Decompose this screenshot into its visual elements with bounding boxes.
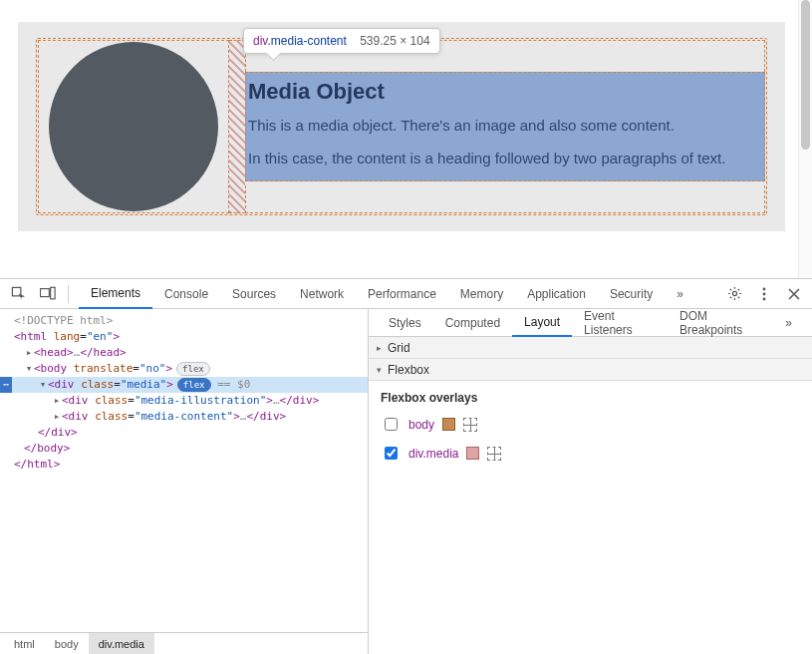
overlay-preview-icon[interactable]	[487, 447, 501, 461]
chevron-right-icon: ▸	[377, 343, 382, 353]
dom-media-illustration[interactable]: ▸<div class="media-illustration">…</div>	[14, 393, 362, 409]
kebab-menu-icon[interactable]	[754, 284, 774, 304]
tab-performance[interactable]: Performance	[356, 279, 448, 309]
media-illustration-box	[38, 40, 229, 213]
page-preview: Media Object This is a media object. The…	[0, 0, 812, 279]
devtools: Elements Console Sources Network Perform…	[0, 279, 812, 654]
chevron-down-icon: ▾	[377, 365, 382, 375]
overlay-checkbox-body[interactable]	[385, 418, 398, 431]
svg-rect-2	[51, 287, 55, 299]
overlay-name-div-media[interactable]: div.media	[408, 447, 458, 461]
dom-head[interactable]: ▸<head>…</head>	[14, 345, 362, 361]
media-content-highlight: Media Object This is a media object. The…	[245, 72, 765, 181]
svg-point-5	[763, 292, 766, 295]
overlay-row-body: body	[381, 415, 800, 434]
tab-network[interactable]: Network	[288, 279, 356, 309]
overlay-checkbox-div-media[interactable]	[385, 447, 398, 460]
layout-section-flexbox[interactable]: ▾ Flexbox	[369, 359, 812, 381]
right-sidebar: Styles Computed Layout Event Listeners D…	[369, 309, 812, 654]
crumb-html[interactable]: html	[4, 633, 45, 655]
dom-body-open[interactable]: ▾<body translate="no">flex	[14, 361, 362, 377]
tab-elements[interactable]: Elements	[79, 279, 152, 309]
flex-badge-body[interactable]: flex	[176, 362, 210, 376]
tab-console[interactable]: Console	[152, 279, 220, 309]
dom-media-close[interactable]: </div>	[14, 425, 362, 441]
tooltip-dims: 539.25 × 104	[360, 34, 429, 48]
flex-item-bottom-outline	[245, 185, 765, 213]
right-tabs: Styles Computed Layout Event Listeners D…	[369, 309, 812, 337]
dom-doctype[interactable]: <!DOCTYPE html>	[14, 313, 362, 329]
tab-memory[interactable]: Memory	[448, 279, 515, 309]
dom-html-close[interactable]: </html>	[14, 457, 362, 473]
rtab-styles[interactable]: Styles	[377, 309, 433, 337]
flex-gap-hatch-overlay	[229, 40, 245, 213]
rtab-dom-bp[interactable]: DOM Breakpoints	[668, 309, 773, 337]
layout-section-grid[interactable]: ▸ Grid	[369, 337, 812, 359]
layout-body: Flexbox overlays body div.media	[369, 381, 812, 483]
settings-gear-icon[interactable]	[724, 284, 744, 304]
crumb-body[interactable]: body	[45, 633, 89, 655]
close-devtools-icon[interactable]	[784, 284, 804, 304]
svg-point-3	[732, 291, 736, 295]
media-paragraph-1: This is a media object. There's an image…	[248, 117, 754, 136]
tab-sources[interactable]: Sources	[220, 279, 288, 309]
tab-security[interactable]: Security	[598, 279, 665, 309]
rtab-more[interactable]: »	[773, 309, 804, 337]
svg-point-4	[763, 287, 766, 290]
overlay-name-body[interactable]: body	[408, 418, 434, 432]
dom-media-content[interactable]: ▸<div class="media-content">…</div>	[14, 409, 362, 425]
svg-rect-1	[40, 289, 49, 297]
dom-breadcrumb: html body div.media	[0, 632, 368, 654]
svg-point-6	[763, 297, 766, 300]
tooltip-tag: div	[253, 34, 267, 48]
rtab-layout[interactable]: Layout	[512, 309, 572, 337]
overlay-preview-icon[interactable]	[463, 418, 477, 432]
device-toolbar-icon[interactable]	[38, 284, 58, 304]
media-paragraph-2: In this case, the content is a heading f…	[248, 150, 754, 168]
dom-body-close[interactable]: </body>	[14, 441, 362, 457]
crumb-div-media[interactable]: div.media	[89, 633, 154, 655]
overlay-row-div-media: div.media	[381, 444, 800, 463]
tab-more[interactable]: »	[665, 279, 695, 309]
flex-section-label: Flexbox	[388, 363, 429, 377]
preview-scrollbar[interactable]	[798, 0, 812, 278]
tooltip-class: .media-content	[267, 34, 346, 48]
rtab-computed[interactable]: Computed	[433, 309, 512, 337]
overlay-color-swatch-body[interactable]	[442, 418, 455, 431]
elements-dom-panel[interactable]: <!DOCTYPE html> <html lang="en"> ▸<head>…	[0, 309, 369, 654]
preview-scrollbar-thumb[interactable]	[801, 0, 810, 150]
placeholder-circle	[49, 42, 218, 211]
dom-html-open[interactable]: <html lang="en">	[14, 329, 362, 345]
rtab-event[interactable]: Event Listeners	[572, 309, 668, 337]
inspect-element-icon[interactable]	[8, 284, 28, 304]
media-heading: Media Object	[248, 79, 754, 105]
inspect-tooltip: div.media-content 539.25 × 104	[243, 28, 440, 54]
flex-badge-media[interactable]: flex	[177, 378, 211, 392]
devtools-tabs: Elements Console Sources Network Perform…	[79, 279, 714, 309]
flex-overlays-subhead: Flexbox overlays	[381, 391, 800, 405]
devtools-toolbar: Elements Console Sources Network Perform…	[0, 279, 812, 309]
dom-selected-suffix: == $0	[211, 378, 251, 391]
grid-section-label: Grid	[388, 341, 410, 355]
tab-application[interactable]: Application	[515, 279, 598, 309]
dom-selected-media[interactable]: ▾<div class="media">flex == $0	[0, 377, 368, 393]
overlay-color-swatch-div-media[interactable]	[466, 447, 479, 460]
